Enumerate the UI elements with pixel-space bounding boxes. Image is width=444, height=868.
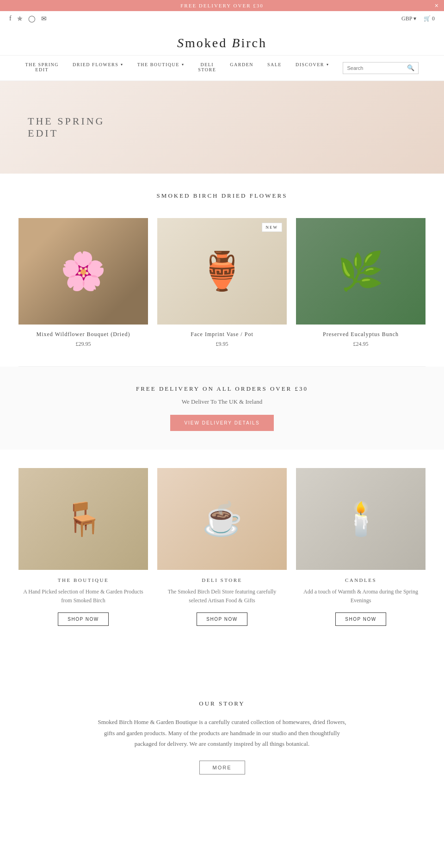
- nav-item-garden[interactable]: GARDEN: [230, 62, 253, 67]
- shop-now-button-candles[interactable]: ShOP NOW: [335, 612, 386, 626]
- hero-section: THE SPRING EDIT: [0, 81, 444, 174]
- category-image-boutique: [18, 468, 148, 570]
- products-grid: Mixed Wildflower Bouquet (Dried) £29.95 …: [0, 209, 444, 366]
- chevron-down-icon-boutique: ▾: [182, 62, 185, 67]
- instagram-icon[interactable]: ◯: [28, 15, 36, 23]
- delivery-details-button[interactable]: VIEW DELIVERY DETAILS: [170, 415, 273, 431]
- wildflower-image: [18, 218, 148, 325]
- nav-item-spring-edit[interactable]: THE SPRING EDIT: [25, 62, 59, 72]
- nav-label-garden: GARDEN: [230, 62, 253, 67]
- top-right: GBP ▾ 🛒 0: [401, 15, 435, 22]
- story-text: Smoked Birch Home & Garden Boutique is a…: [92, 717, 352, 749]
- nav-item-dried-flowers[interactable]: DRIED FLOWERS ▾: [73, 62, 123, 67]
- story-heading: OUR STORY: [92, 700, 352, 707]
- category-card-candles: CANDLES Add a touch of Warmth & Aroma du…: [296, 468, 426, 626]
- category-card-deli: DELI STORE The Smoked Birch Deli Store f…: [157, 468, 287, 626]
- nav-item-discover[interactable]: DISCOVER ▾: [296, 62, 329, 67]
- nav-label-discover: DISCOVER: [296, 62, 324, 67]
- nav-item-sale[interactable]: SALE: [267, 62, 282, 67]
- hero-line1: THE SPRING: [28, 115, 105, 127]
- more-button[interactable]: MORE: [199, 761, 245, 774]
- product-image-wildflower: [18, 218, 148, 325]
- category-image-candles: [296, 468, 426, 570]
- product-price-eucalyptus: £24.95: [296, 341, 426, 348]
- hero-text: THE SPRING EDIT: [28, 115, 105, 139]
- chevron-down-icon: ▾: [121, 62, 123, 67]
- vase-image: [157, 218, 287, 325]
- product-price-wildflower: £29.95: [18, 341, 148, 348]
- search-box[interactable]: 🔍: [343, 62, 419, 74]
- nav-sublabel-deli: STORE: [198, 67, 216, 72]
- new-badge: NEW: [262, 223, 283, 232]
- category-image-deli: [157, 468, 287, 570]
- shop-now-button-boutique[interactable]: ShOP NOW: [58, 612, 108, 626]
- nav-item-boutique[interactable]: THE BOUTIQUE ▾: [137, 62, 185, 67]
- top-banner: FREE DELIVERY OVER £30 ×: [0, 0, 444, 11]
- nav-label-deli: DELI: [198, 62, 216, 67]
- currency-selector[interactable]: GBP ▾: [401, 15, 416, 22]
- category-desc-candles: Add a touch of Warmth & Aroma during the…: [296, 587, 426, 605]
- nav-bar: THE SPRING EDIT DRIED FLOWERS ▾ THE BOUT…: [0, 56, 444, 81]
- product-card-vase[interactable]: NEW Face Imprint Vase / Pot £9.95: [157, 218, 287, 348]
- category-card-boutique: THE BOUTIQUE A Hand Picked selection of …: [18, 468, 148, 626]
- product-image-eucalyptus: [296, 218, 426, 325]
- category-desc-deli: The Smoked Birch Deli Store featuring ca…: [157, 587, 287, 605]
- nav-item-deli[interactable]: DELI STORE: [198, 62, 216, 72]
- chevron-down-icon-discover: ▾: [327, 62, 329, 67]
- nav-label-spring: THE SPRING: [25, 62, 59, 67]
- banner-text: FREE DELIVERY OVER £30: [180, 3, 264, 8]
- product-card-eucalyptus[interactable]: Preserved Eucalyptus Bunch £24.95: [296, 218, 426, 348]
- delivery-heading: FREE DELIVERY ON ALL ORDERS OVER £30: [9, 385, 435, 393]
- banner-close-button[interactable]: ×: [435, 2, 438, 9]
- site-logo[interactable]: Smoked Birch: [0, 36, 444, 50]
- product-name-eucalyptus: Preserved Eucalyptus Bunch: [296, 331, 426, 338]
- story-section: OUR STORY Smoked Birch Home & Garden Bou…: [0, 681, 444, 802]
- product-name-vase: Face Imprint Vase / Pot: [157, 331, 287, 338]
- shop-now-button-deli[interactable]: ShOP NOW: [197, 612, 247, 626]
- social-icons: f ✯ ◯ ✉: [9, 15, 47, 23]
- cart-icon[interactable]: 🛒 0: [424, 15, 435, 22]
- category-name-candles: CANDLES: [296, 577, 426, 583]
- category-grid: THE BOUTIQUE A Hand Picked selection of …: [0, 450, 444, 644]
- nav-label-dried-flowers: DRIED FLOWERS: [73, 62, 118, 67]
- search-input[interactable]: [347, 65, 407, 71]
- facebook-icon[interactable]: f: [9, 15, 12, 23]
- social-bar: f ✯ ◯ ✉ GBP ▾ 🛒 0: [0, 11, 444, 26]
- pinterest-icon[interactable]: ✯: [17, 15, 23, 23]
- product-price-vase: £9.95: [157, 341, 287, 348]
- category-name-boutique: THE BOUTIQUE: [18, 577, 148, 583]
- nav-label-boutique: THE BOUTIQUE: [137, 62, 179, 67]
- product-image-vase: NEW: [157, 218, 287, 325]
- nav-label-sale: SALE: [267, 62, 282, 67]
- spacer-1: [0, 644, 444, 681]
- product-name-wildflower: Mixed Wildflower Bouquet (Dried): [18, 331, 148, 338]
- delivery-section: FREE DELIVERY ON ALL ORDERS OVER £30 We …: [0, 367, 444, 450]
- category-name-deli: DELI STORE: [157, 577, 287, 583]
- delivery-subtext: We Deliver To The UK & Ireland: [9, 398, 435, 406]
- eucalyptus-image: [296, 218, 426, 325]
- category-desc-boutique: A Hand Picked selection of Home & Garden…: [18, 587, 148, 605]
- search-icon[interactable]: 🔍: [407, 64, 414, 72]
- logo-section: Smoked Birch: [0, 26, 444, 56]
- hero-line2: EDIT: [28, 127, 58, 139]
- nav-sublabel-edit: EDIT: [25, 67, 59, 72]
- email-icon[interactable]: ✉: [41, 15, 47, 23]
- products-section-heading: SMOKED BIRCH DRIED FLOWERS: [0, 174, 444, 209]
- product-card-wildflower[interactable]: Mixed Wildflower Bouquet (Dried) £29.95: [18, 218, 148, 348]
